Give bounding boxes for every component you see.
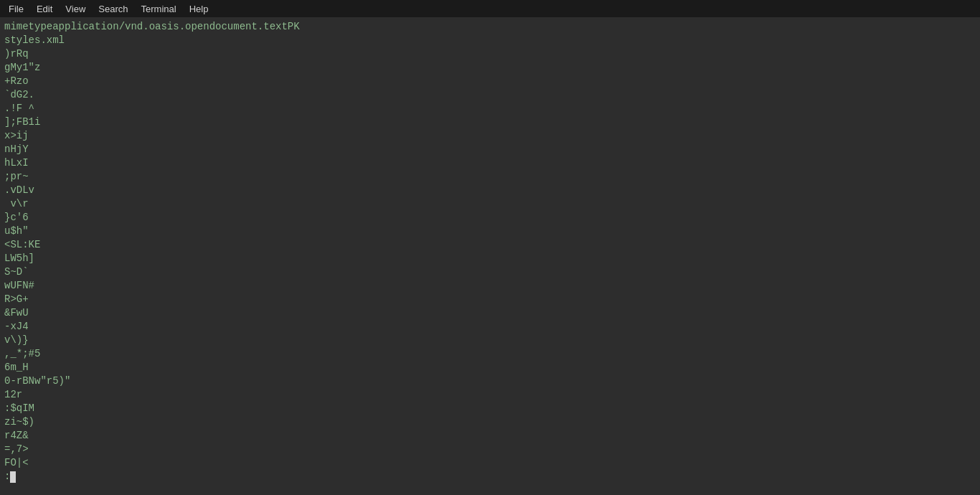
terminal-line: mimetypeapplication/vnd.oasis.opendocume… <box>4 20 976 34</box>
terminal-line: x>ij <box>4 129 976 143</box>
terminal-line: zi~$) <box>4 415 976 429</box>
terminal-line: R>G+ <box>4 293 976 306</box>
terminal-cursor <box>10 471 16 483</box>
terminal-line: gMy1"z <box>4 61 976 75</box>
terminal-line: +Rzo <box>4 75 976 88</box>
terminal-line: nHjY <box>4 143 976 156</box>
terminal-line: :$qIM <box>4 402 976 415</box>
terminal-line: ;pr~ <box>4 170 976 184</box>
terminal-line: 6m_H <box>4 361 976 374</box>
terminal-line: &FwU <box>4 306 976 320</box>
terminal-line: FO|< <box>4 456 976 470</box>
menu-item-file[interactable]: File <box>3 2 29 16</box>
terminal-line: -xJ4 <box>4 320 976 334</box>
terminal-content: mimetypeapplication/vnd.oasis.opendocume… <box>0 17 980 495</box>
terminal-line: : <box>4 470 976 484</box>
terminal-line: 12r <box>4 388 976 402</box>
terminal-line: ,_*;#5 <box>4 347 976 361</box>
terminal-line: v\)} <box>4 334 976 347</box>
menu-item-help[interactable]: Help <box>184 2 215 16</box>
terminal-line: v\r <box>4 197 976 211</box>
terminal-line: `dG2. <box>4 88 976 102</box>
terminal-line: <SL:KE <box>4 238 976 252</box>
terminal-line: u$h" <box>4 225 976 238</box>
terminal-line: r4Z& <box>4 429 976 443</box>
terminal-line: ];FB1i <box>4 116 976 129</box>
terminal-line: wUFN# <box>4 279 976 293</box>
terminal-line: hLxI <box>4 156 976 170</box>
menu-item-search[interactable]: Search <box>93 2 133 16</box>
menu-item-edit[interactable]: Edit <box>31 2 58 16</box>
menu-item-terminal[interactable]: Terminal <box>136 2 182 16</box>
terminal-line: styles.xml <box>4 34 976 47</box>
menu-bar: FileEditViewSearchTerminalHelp <box>0 0 980 17</box>
terminal-line: S~D` <box>4 265 976 279</box>
terminal-line: }c'6 <box>4 211 976 225</box>
terminal-line: .vDLv <box>4 184 976 197</box>
terminal-line: LW5h] <box>4 252 976 265</box>
terminal-line: 0-rBNw"r5)" <box>4 374 976 388</box>
terminal-line: .!F ^ <box>4 102 976 116</box>
terminal-line: )rRq <box>4 47 976 61</box>
menu-item-view[interactable]: View <box>60 2 91 16</box>
terminal-line: =,7> <box>4 443 976 456</box>
